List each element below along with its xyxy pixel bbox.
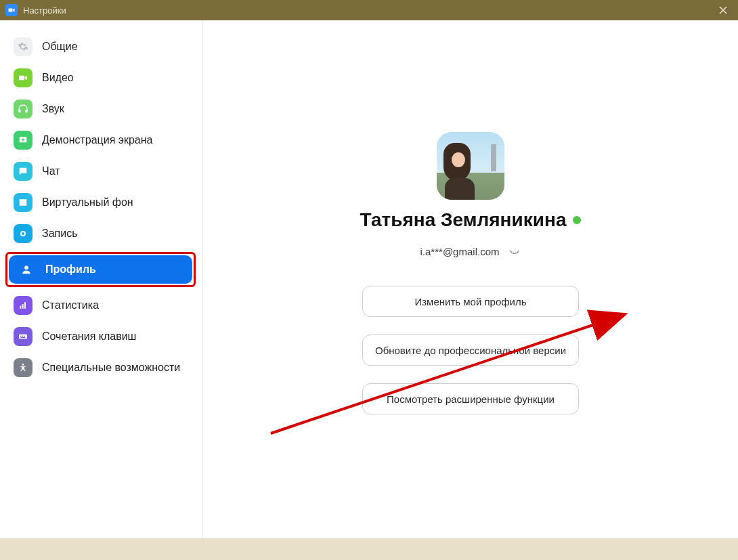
sidebar-item-statistics[interactable]: Статистика xyxy=(5,291,196,320)
sidebar-item-label: Профиль xyxy=(45,263,96,276)
sidebar-item-video[interactable]: Видео xyxy=(5,64,196,92)
profile-actions: Изменить мой профиль Обновите до професс… xyxy=(362,286,579,414)
view-advanced-features-button[interactable]: Посмотреть расширенные функции xyxy=(362,383,579,414)
eye-closed-icon[interactable] xyxy=(508,244,521,259)
svg-rect-6 xyxy=(21,337,26,338)
sidebar-item-label: Чат xyxy=(42,165,60,177)
profile-name: Татьяна Земляникина xyxy=(360,209,567,231)
sidebar-item-profile[interactable]: Профиль xyxy=(9,255,192,284)
annotation-highlight-box: Профиль xyxy=(5,252,196,287)
person-icon xyxy=(17,260,36,279)
sidebar-item-recording[interactable]: Запись xyxy=(5,219,196,248)
svg-rect-3 xyxy=(20,336,21,337)
window-body: Общие Видео Звук Демонстрация экрана xyxy=(0,20,738,538)
sidebar-item-label: Звук xyxy=(42,103,64,115)
sidebar-item-label: Сочетания клавиш xyxy=(42,330,136,343)
keyboard-icon xyxy=(14,327,32,346)
sidebar-item-label: Демонстрация экрана xyxy=(42,134,153,146)
sidebar-item-label: Статистика xyxy=(42,299,99,311)
app-icon xyxy=(5,4,18,16)
edit-profile-button[interactable]: Изменить мой профиль xyxy=(362,286,579,317)
accessibility-icon xyxy=(14,358,32,377)
svg-rect-4 xyxy=(22,336,23,337)
sidebar-item-general[interactable]: Общие xyxy=(5,33,196,61)
sidebar-item-virtual-background[interactable]: Виртуальный фон xyxy=(5,188,196,217)
svg-point-1 xyxy=(22,232,24,235)
sidebar-item-keyboard-shortcuts[interactable]: Сочетания клавиш xyxy=(5,322,196,351)
profile-panel: Татьяна Земляникина i.a***@gmail.com Изм… xyxy=(203,20,738,538)
headphones-icon xyxy=(14,100,32,119)
svg-point-7 xyxy=(22,364,24,366)
close-button[interactable] xyxy=(714,1,733,20)
sidebar-item-label: Видео xyxy=(42,72,74,84)
profile-email-row: i.a***@gmail.com xyxy=(420,244,521,259)
settings-sidebar: Общие Видео Звук Демонстрация экрана xyxy=(0,20,203,538)
titlebar-left: Настройки xyxy=(5,4,66,16)
sidebar-item-audio[interactable]: Звук xyxy=(5,95,196,123)
profile-name-row: Татьяна Земляникина xyxy=(360,209,582,231)
sidebar-item-label: Виртуальный фон xyxy=(42,196,133,209)
virtual-background-icon xyxy=(14,193,32,212)
svg-rect-5 xyxy=(24,336,24,337)
settings-window: Настройки Общие Видео xyxy=(0,0,738,560)
sidebar-item-accessibility[interactable]: Специальные возможности xyxy=(5,353,196,382)
sidebar-item-label: Общие xyxy=(42,41,78,53)
titlebar: Настройки xyxy=(0,0,738,20)
record-icon xyxy=(14,224,32,243)
upgrade-pro-button[interactable]: Обновите до профессиональной версии xyxy=(362,335,579,366)
window-title: Настройки xyxy=(23,5,66,16)
share-screen-icon xyxy=(14,131,32,150)
bar-chart-icon xyxy=(14,296,32,315)
sidebar-item-chat[interactable]: Чат xyxy=(5,157,196,186)
avatar[interactable] xyxy=(437,132,504,200)
gear-icon xyxy=(14,37,32,56)
profile-email: i.a***@gmail.com xyxy=(420,246,500,257)
video-icon xyxy=(14,68,32,87)
status-online-dot xyxy=(573,216,581,224)
sidebar-item-label: Запись xyxy=(42,228,78,240)
chat-icon xyxy=(14,162,32,181)
footer-strip xyxy=(0,538,738,560)
sidebar-item-share-screen[interactable]: Демонстрация экрана xyxy=(5,126,196,154)
sidebar-item-label: Специальные возможности xyxy=(42,362,180,374)
